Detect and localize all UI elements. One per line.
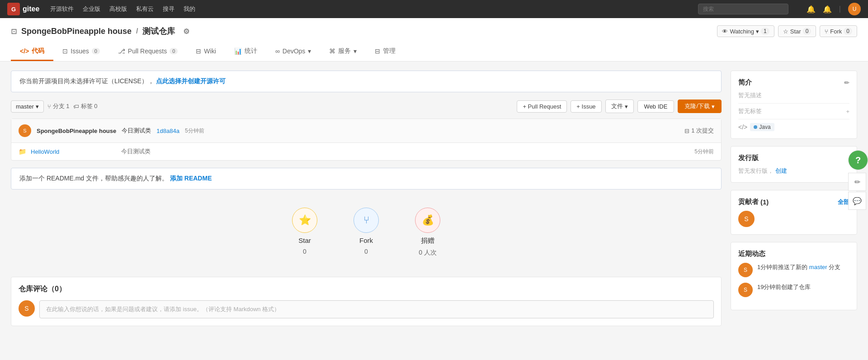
watching-button[interactable]: 👁 Watching ▾ 1: [717, 25, 774, 37]
help-button[interactable]: ?: [848, 150, 868, 170]
file-dropdown-icon: ▾: [625, 103, 628, 110]
btn-web-ide[interactable]: Web IDE: [637, 100, 675, 113]
donate-icon-wrap: 💰: [415, 208, 440, 233]
nav-link-search[interactable]: 搜寻: [163, 5, 175, 13]
star-count: 0: [803, 28, 811, 35]
repo-action-buttons: 👁 Watching ▾ 1 ☆ Star 0 ⑂ Fork 0: [717, 25, 857, 37]
stat-star[interactable]: ⭐ Star 0: [292, 208, 317, 257]
nav-link-private[interactable]: 私有云: [136, 5, 154, 13]
branch-name: master: [16, 103, 34, 110]
repo-owner[interactable]: SpongeBobPineapple house: [21, 27, 132, 36]
releases-create-link[interactable]: 创建: [775, 167, 787, 174]
floating-buttons: ? ✏ 💬: [848, 150, 868, 210]
language-row: </> Java: [738, 123, 849, 131]
star-icon: ☆: [783, 28, 788, 35]
content-right: 简介 ✏ 暂无描述 暂无标签 + </> Java 发行版: [731, 71, 857, 326]
fork-icon: ⑂: [825, 28, 828, 35]
stat-donate[interactable]: 💰 捐赠 0 人次: [415, 208, 440, 257]
chat-float-button[interactable]: 💬: [848, 192, 866, 210]
bell-icon[interactable]: 🔔: [807, 5, 816, 14]
pr-icon: ⎇: [118, 47, 125, 55]
activity-avatar-0: S: [738, 263, 753, 277]
branch-selector[interactable]: master ▾: [11, 100, 44, 113]
tab-issues[interactable]: ⊡ Issues 0: [53, 43, 109, 61]
sidebar-intro: 简介 ✏ 暂无描述 暂无标签 + </> Java: [731, 71, 857, 139]
contributor-avatar[interactable]: S: [738, 211, 755, 227]
watching-label: Watching: [730, 28, 754, 35]
btn-clone[interactable]: 克隆/下载 ▾: [678, 99, 722, 113]
activity-item-1: S 19分钟前创建了仓库: [738, 283, 849, 297]
fork-button[interactable]: ⑂ Fork 0: [820, 25, 857, 37]
donate-stat-value: 0 人次: [419, 249, 437, 257]
file-name[interactable]: HelloWorld: [31, 148, 121, 155]
btn-issue[interactable]: + Issue: [571, 100, 601, 113]
branch-bar: master ▾ ⑂ 分支 1 🏷 标签 0 + Pull Request + …: [11, 99, 722, 113]
tab-services[interactable]: ⌘ 服务 ▾: [320, 43, 366, 61]
file-table: S SpongeBobPineapple house 今日测试类 1d8a84a…: [11, 118, 722, 161]
license-link[interactable]: 点此选择并创建开源许可: [156, 77, 226, 85]
commit-avatar: S: [19, 124, 31, 137]
notification-icon[interactable]: 🔔: [823, 5, 832, 14]
branch-count: 分支 1: [53, 102, 70, 110]
top-nav-links: 开源软件 企业版 高校版 私有云 搜寻 我的: [50, 5, 195, 13]
comment-input[interactable]: 在此输入你想说的话，如果是问题或者建议，请添加 issue。（评论支持 Mark…: [39, 300, 714, 318]
commit-count-icon: ⊟: [684, 128, 689, 134]
license-banner: 你当前开源项目尚未选择许可证（LICENSE）， 点此选择并创建开源许可: [11, 71, 722, 92]
fork-label: Fork: [830, 28, 842, 35]
tab-pull-requests[interactable]: ⎇ Pull Requests 0: [109, 43, 187, 61]
branch-right: + Pull Request + Issue 文件 ▾ Web IDE 克隆/下…: [517, 99, 722, 113]
btn-file[interactable]: 文件 ▾: [605, 99, 634, 113]
tab-code[interactable]: </> 代码: [11, 43, 53, 61]
activity-link-0[interactable]: master: [809, 264, 827, 270]
activity-item-0: S 1分钟前推送了新的 master 分支: [738, 263, 849, 277]
edit-float-button[interactable]: ✏: [848, 173, 866, 191]
intro-no-tag: 暂无标签 +: [738, 107, 849, 115]
file-commit-msg: 今日测试类: [121, 147, 694, 156]
star-button[interactable]: ☆ Star 0: [778, 25, 816, 37]
nav-link-mine[interactable]: 我的: [184, 5, 195, 13]
repo-settings-icon[interactable]: ⚙: [183, 27, 189, 36]
tag-icon: 🏷: [73, 103, 79, 110]
repo-name[interactable]: 测试仓库: [142, 26, 175, 37]
readme-link[interactable]: 添加 README: [170, 175, 212, 182]
search-input[interactable]: [698, 4, 788, 14]
star-label: Star: [790, 28, 801, 35]
btn-pull-request[interactable]: + Pull Request: [517, 100, 567, 113]
commit-user[interactable]: SpongeBobPineapple house: [37, 128, 116, 134]
tab-stats[interactable]: 📊 统计: [225, 43, 266, 61]
tag-info: 🏷 标签 0: [73, 102, 98, 110]
tab-manage[interactable]: ⊟ 管理: [366, 43, 405, 61]
intro-edit-icon[interactable]: ✏: [844, 79, 849, 86]
stats-row: ⭐ Star 0 ⑂ Fork 0 💰 捐赠 0 人次: [11, 199, 722, 266]
sidebar-contributors: 贡献者 (1) 全部 S: [731, 190, 857, 235]
manage-icon: ⊟: [375, 47, 380, 55]
sidebar-intro-title: 简介 ✏: [738, 78, 849, 87]
intro-no-desc: 暂无描述: [738, 91, 849, 99]
code-tag-icon: </>: [738, 123, 747, 131]
comments-section: 仓库评论（0） S 在此输入你想说的话，如果是问题或者建议，请添加 issue。…: [11, 277, 722, 326]
readme-text: 添加一个 README.md 文件，帮助感兴趣的人了解。: [19, 175, 168, 182]
folder-icon: 📁: [19, 148, 26, 155]
file-table-header: S SpongeBobPineapple house 今日测试类 1d8a84a…: [11, 119, 721, 143]
logo[interactable]: G gitee: [7, 3, 39, 15]
sidebar-releases-title: 发行版: [738, 154, 849, 162]
divider2: [738, 119, 849, 119]
add-tag-icon[interactable]: +: [846, 108, 849, 115]
commit-hash[interactable]: 1d8a84a: [156, 128, 179, 134]
stats-icon: 📊: [234, 47, 242, 55]
user-avatar[interactable]: U: [848, 3, 861, 15]
nav-link-opensource[interactable]: 开源软件: [50, 5, 74, 13]
services-icon: ⌘: [329, 47, 335, 55]
stat-fork[interactable]: ⑂ Fork 0: [354, 208, 379, 257]
sidebar-activity-title: 近期动态: [738, 250, 849, 258]
repo-slash: /: [136, 27, 138, 35]
nav-link-enterprise[interactable]: 企业版: [83, 5, 100, 13]
nav-link-edu[interactable]: 高校版: [109, 5, 127, 13]
tab-wiki[interactable]: ⊟ Wiki: [187, 43, 225, 61]
table-row: 📁 HelloWorld 今日测试类 5分钟前: [11, 143, 721, 160]
sidebar-releases: 发行版 暂无发行版， 创建: [731, 146, 857, 183]
devops-icon: ∞: [275, 47, 280, 55]
top-nav-icons: 🔔 🔔 | U: [807, 3, 861, 15]
tab-devops[interactable]: ∞ DevOps ▾: [266, 43, 321, 61]
activity-text-1: 19分钟前创建了仓库: [757, 283, 811, 292]
